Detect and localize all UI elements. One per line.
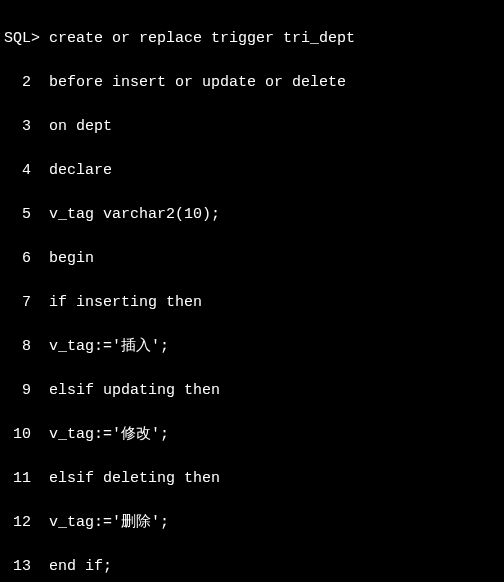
line-number: 8 (4, 336, 31, 358)
code-text: v_tag:='插入'; (49, 338, 169, 355)
code-text: on dept (49, 118, 112, 135)
sql-terminal[interactable]: SQL> create or replace trigger tri_dept … (0, 0, 504, 582)
code-line: 7 if inserting then (4, 292, 500, 314)
code-line: 3 on dept (4, 116, 500, 138)
code-text: v_tag:='修改'; (49, 426, 169, 443)
line-number: 12 (4, 512, 31, 534)
code-text: declare (49, 162, 112, 179)
line-number: 2 (4, 72, 31, 94)
line-number: 11 (4, 468, 31, 490)
code-text: create or replace trigger tri_dept (49, 30, 355, 47)
code-text: elsif updating then (49, 382, 220, 399)
code-line: SQL> create or replace trigger tri_dept (4, 28, 500, 50)
code-line: 6 begin (4, 248, 500, 270)
code-line: 8 v_tag:='插入'; (4, 336, 500, 358)
code-line: 5 v_tag varchar2(10); (4, 204, 500, 226)
sql-prompt: SQL> (4, 30, 40, 47)
code-text: begin (49, 250, 94, 267)
code-text: v_tag:='删除'; (49, 514, 169, 531)
line-number: 13 (4, 556, 31, 578)
code-line: 2 before insert or update or delete (4, 72, 500, 94)
code-text: before insert or update or delete (49, 74, 346, 91)
code-line: 13 end if; (4, 556, 500, 578)
code-line: 4 declare (4, 160, 500, 182)
code-line: 10 v_tag:='修改'; (4, 424, 500, 446)
line-number: 5 (4, 204, 31, 226)
line-number: 6 (4, 248, 31, 270)
line-number: 3 (4, 116, 31, 138)
code-text: v_tag varchar2(10); (49, 206, 220, 223)
code-line: 9 elsif updating then (4, 380, 500, 402)
code-text: elsif deleting then (49, 470, 220, 487)
line-number: 7 (4, 292, 31, 314)
code-text: if inserting then (49, 294, 202, 311)
code-text: end if; (49, 558, 112, 575)
line-number: 10 (4, 424, 31, 446)
code-line: 12 v_tag:='删除'; (4, 512, 500, 534)
code-line: 11 elsif deleting then (4, 468, 500, 490)
line-number: 4 (4, 160, 31, 182)
line-number: 9 (4, 380, 31, 402)
